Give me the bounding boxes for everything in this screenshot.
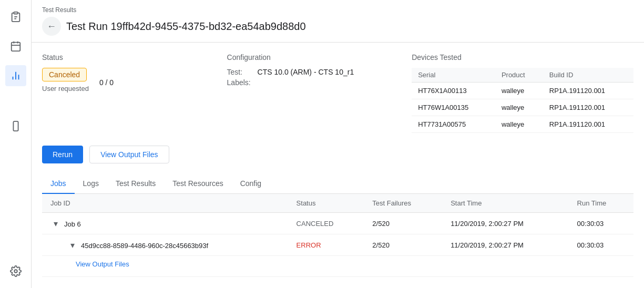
sidebar-icon-clipboard[interactable] xyxy=(5,6,26,27)
job-run-cell: 00:30:03 xyxy=(569,213,633,234)
device-build-id: RP1A.191120.001 xyxy=(543,99,633,116)
config-test-value: CTS 10.0 (ARM) - CTS 10_r1 xyxy=(258,68,354,76)
tab-logs[interactable]: Logs xyxy=(75,174,107,194)
job-status-cell: CANCELED xyxy=(288,213,364,234)
status-title: Status xyxy=(42,53,227,61)
tab-config[interactable]: Config xyxy=(232,174,270,194)
svg-rect-10 xyxy=(13,121,18,131)
status-sub-text: User requested xyxy=(42,85,89,92)
sidebar-icon-settings[interactable] xyxy=(5,261,26,282)
svg-rect-0 xyxy=(14,12,17,14)
device-build-id: RP1A.191120.001 xyxy=(543,116,633,133)
devices-title: Devices Tested xyxy=(412,53,633,61)
job-run-cell: 00:30:03 xyxy=(569,234,633,256)
actions-row: Rerun View Output Files xyxy=(42,146,633,163)
info-section: Status Canceled User requested 0 / 0 Con… xyxy=(42,53,633,133)
back-arrow-icon: ← xyxy=(47,21,56,32)
job-row: ▾45d9cc88-8589-4486-960c-28c45663b93f ER… xyxy=(42,234,633,256)
expand-icon[interactable]: ▾ xyxy=(50,218,61,229)
job-failures-cell: 2/520 xyxy=(364,234,442,256)
device-row: HT76W1A00135 walleye RP1A.191120.001 xyxy=(412,99,633,116)
jobs-col-status: Status xyxy=(288,194,364,213)
sidebar xyxy=(0,0,32,288)
status-block: Status Canceled User requested 0 / 0 xyxy=(42,53,227,133)
device-serial: HT7731A00575 xyxy=(412,116,495,133)
rerun-button[interactable]: Rerun xyxy=(42,146,83,163)
sub-expand-icon[interactable]: ▾ xyxy=(67,240,78,250)
page-title: Test Run 19ffb42d-9455-4375-bd32-ea54ab9… xyxy=(66,20,306,33)
jobs-col-start: Start Time xyxy=(442,194,568,213)
config-labels-label: Labels: xyxy=(227,78,253,87)
tab-jobs[interactable]: Jobs xyxy=(42,174,75,194)
sidebar-icon-calendar[interactable] xyxy=(5,36,26,57)
jobs-col-failures: Test Failures xyxy=(364,194,442,213)
config-labels-row: Labels: xyxy=(227,78,412,87)
job-start-cell: 11/20/2019, 2:00:27 PM xyxy=(442,234,568,256)
job-start-cell: 11/20/2019, 2:00:27 PM xyxy=(442,213,568,234)
jobs-col-id: Job ID xyxy=(42,194,288,213)
device-row: HT7731A00575 walleye RP1A.191120.001 xyxy=(412,116,633,133)
device-product: walleye xyxy=(495,83,543,99)
back-button[interactable]: ← xyxy=(42,17,61,36)
job-row: ▾Job 6 CANCELED 2/520 11/20/2019, 2:00:2… xyxy=(42,213,633,234)
devices-table: Serial Product Build ID HT76X1A00113 wal… xyxy=(412,68,633,133)
status-badge: Canceled xyxy=(42,68,87,81)
jobs-col-run: Run Time xyxy=(569,194,633,213)
svg-rect-3 xyxy=(11,43,20,52)
device-serial: HT76X1A00113 xyxy=(412,83,495,99)
device-row: HT76X1A00113 walleye RP1A.191120.001 xyxy=(412,83,633,99)
device-serial: HT76W1A00135 xyxy=(412,99,495,116)
jobs-table: Job ID Status Test Failures Start Time R… xyxy=(42,194,633,277)
job-failures-cell: 2/520 xyxy=(364,213,442,234)
job-id-cell: ▾45d9cc88-8589-4486-960c-28c45663b93f xyxy=(42,234,288,256)
device-product: walleye xyxy=(495,116,543,133)
devices-col-product: Product xyxy=(495,68,543,83)
configuration-block: Configuration Test: CTS 10.0 (ARM) - CTS… xyxy=(227,53,412,133)
devices-block: Devices Tested Serial Product Build ID H… xyxy=(412,53,633,133)
breadcrumb: Test Results xyxy=(42,6,633,14)
devices-col-build-id: Build ID xyxy=(543,68,633,83)
device-product: walleye xyxy=(495,99,543,116)
title-row: ← Test Run 19ffb42d-9455-4375-bd32-ea54a… xyxy=(42,17,633,36)
config-test-label: Test: xyxy=(227,68,253,76)
sidebar-icon-phone[interactable] xyxy=(5,116,26,137)
tabs-bar: JobsLogsTest ResultsTest ResourcesConfig xyxy=(42,174,633,194)
device-build-id: RP1A.191120.001 xyxy=(543,83,633,99)
job-id-cell: ▾Job 6 xyxy=(42,213,288,234)
devices-col-serial: Serial xyxy=(412,68,495,83)
job-status-cell: ERROR xyxy=(288,234,364,256)
view-output-link[interactable]: View Output Files xyxy=(50,258,625,272)
config-test-row: Test: CTS 10.0 (ARM) - CTS 10_r1 xyxy=(227,68,412,76)
progress-text: 0 / 0 xyxy=(99,78,114,87)
svg-point-12 xyxy=(14,270,17,273)
configuration-title: Configuration xyxy=(227,53,412,61)
tab-test-results[interactable]: Test Results xyxy=(107,174,164,194)
view-output-row: View Output Files xyxy=(42,256,633,277)
main-content: Test Results ← Test Run 19ffb42d-9455-43… xyxy=(32,0,644,288)
content-area: Status Canceled User requested 0 / 0 Con… xyxy=(32,43,644,288)
header: Test Results ← Test Run 19ffb42d-9455-43… xyxy=(32,0,644,43)
sidebar-icon-chart[interactable] xyxy=(5,65,26,86)
tab-test-resources[interactable]: Test Resources xyxy=(164,174,231,194)
view-output-files-button[interactable]: View Output Files xyxy=(89,146,169,163)
